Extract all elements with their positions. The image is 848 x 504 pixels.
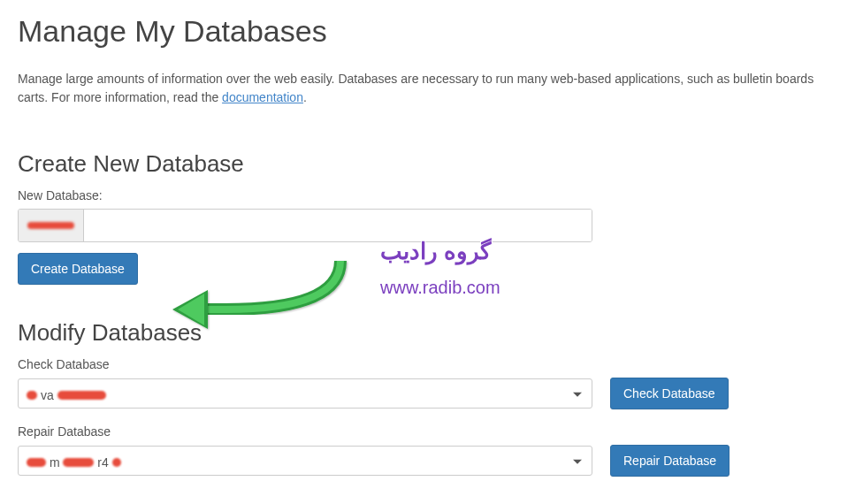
page-title: Manage My Databases	[18, 9, 830, 54]
new-database-label: New Database:	[18, 187, 830, 205]
repair-database-label: Repair Database	[18, 423, 830, 441]
database-prefix: xxxxxxx_	[19, 210, 84, 241]
repair-database-select[interactable]	[18, 446, 592, 476]
create-database-button[interactable]: Create Database	[18, 253, 138, 285]
repair-database-button[interactable]: Repair Database	[610, 445, 730, 477]
check-database-select[interactable]	[18, 378, 592, 409]
documentation-link[interactable]: documentation	[222, 90, 303, 104]
modify-databases-heading: Modify Databases	[18, 316, 830, 350]
check-database-button[interactable]: Check Database	[610, 378, 729, 409]
description-text-end: .	[303, 90, 307, 104]
new-database-input-group: xxxxxxx_	[18, 209, 592, 242]
check-database-label: Check Database	[18, 355, 830, 374]
description-text: Manage large amounts of information over…	[18, 72, 814, 104]
page-description: Manage large amounts of information over…	[18, 70, 830, 107]
new-database-input[interactable]	[84, 210, 592, 241]
create-database-heading: Create New Database	[18, 147, 830, 181]
